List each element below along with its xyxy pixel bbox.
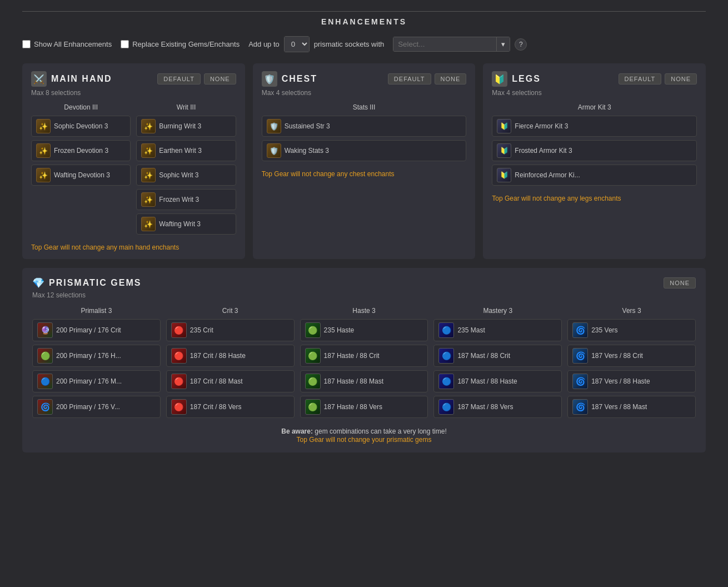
main-hand-icon: ⚔️ (31, 71, 47, 87)
sophic-devotion-item[interactable]: ✨ Sophic Devotion 3 (31, 116, 131, 137)
haste-gem-icon-1: 🟢 (305, 322, 321, 338)
primalist-gem-3[interactable]: 🔵 200 Primary / 176 M... (32, 370, 161, 392)
frozen-writ-item[interactable]: ✨ Frozen Writ 3 (136, 189, 236, 210)
vers-gem-icon-2: 🌀 (572, 348, 588, 364)
crit-gem-label-2: 187 Crit / 88 Haste (190, 352, 246, 360)
earthen-writ-item[interactable]: ✨ Earthen Writ 3 (136, 140, 236, 161)
footer-text: Be aware: gem combinations can take a ve… (32, 427, 696, 444)
wafting-devotion-label: Wafting Devotion 3 (54, 171, 110, 179)
sustained-str-label: Sustained Str 3 (285, 122, 330, 130)
main-hand-default-btn[interactable]: DEFAULT (157, 73, 201, 84)
legs-none-btn[interactable]: NONE (665, 73, 697, 84)
fierce-armor-icon: 🔰 (497, 119, 511, 133)
vers-col: Vers 3 🌀 235 Vers 🌀 187 Vers / 88 Crit 🌀… (567, 307, 696, 421)
haste-gem-1[interactable]: 🟢 235 Haste (300, 319, 428, 341)
primalist-gem-4[interactable]: 🌀 200 Primary / 176 V... (32, 396, 161, 418)
chest-buttons: DEFAULT NONE (388, 73, 466, 84)
earthen-writ-label: Earthen Writ 3 (159, 147, 201, 155)
chest-none-btn[interactable]: NONE (435, 73, 467, 84)
mastery-gem-label-3: 187 Mast / 88 Haste (457, 377, 517, 385)
controls-row: Show All Enhancements Replace Existing G… (22, 36, 706, 52)
primalist-gem-label-1: 200 Primary / 176 Crit (56, 326, 121, 334)
haste-gem-4[interactable]: 🟢 187 Haste / 88 Vers (300, 396, 428, 418)
replace-enchants-checkbox[interactable] (121, 40, 129, 48)
haste-gem-label-4: 187 Haste / 88 Vers (324, 403, 382, 411)
main-hand-title-row: ⚔️ MAIN HAND (31, 71, 112, 87)
mastery-gem-2[interactable]: 🔵 187 Mast / 88 Crit (433, 345, 562, 367)
main-hand-warn: Top Gear will not change any main hand e… (31, 243, 236, 251)
chest-panel: 🛡️ CHEST DEFAULT NONE Max 4 selections S… (253, 63, 476, 259)
prismatic-gem-input[interactable] (393, 37, 496, 51)
waking-stats-icon: 🛡️ (267, 143, 281, 158)
writ-col-header: Writ III (136, 103, 236, 111)
gems-header: 💎 PRISMATIC GEMS NONE (32, 277, 696, 289)
prismatic-sockets-label: prismatic sockets with (314, 40, 384, 48)
frozen-devotion-item[interactable]: ✨ Frozen Devotion 3 (31, 140, 131, 161)
burning-writ-icon: ✨ (141, 119, 156, 133)
mastery-gem-icon-3: 🔵 (438, 374, 454, 389)
gems-grid: Primalist 3 🔮 200 Primary / 176 Crit 🟢 2… (32, 307, 696, 421)
crit-gem-4[interactable]: 🔴 187 Crit / 88 Vers (166, 396, 295, 418)
primalist-gem-icon-2: 🟢 (37, 348, 53, 364)
show-all-checkbox[interactable] (22, 40, 31, 48)
crit-gem-icon-3: 🔴 (171, 374, 187, 389)
help-button[interactable]: ? (515, 38, 527, 51)
vers-gem-icon-1: 🌀 (572, 322, 588, 338)
mastery-gem-icon-2: 🔵 (438, 348, 454, 364)
devotion-col-header: Devotion III (31, 103, 131, 111)
gems-none-btn[interactable]: NONE (664, 277, 696, 288)
waking-stats-item[interactable]: 🛡️ Waking Stats 3 (262, 140, 467, 161)
primalist-gem-label-4: 200 Primary / 176 V... (56, 403, 120, 411)
prismatic-gem-dropdown-btn[interactable]: ▾ (496, 37, 510, 51)
stats-col-header: Stats III (262, 103, 467, 111)
crit-gem-1[interactable]: 🔴 235 Crit (166, 319, 295, 341)
haste-gem-2[interactable]: 🟢 187 Haste / 88 Crit (300, 345, 428, 367)
frosted-armor-item[interactable]: 🔰 Frosted Armor Kit 3 (492, 140, 697, 161)
show-all-checkbox-label[interactable]: Show All Enhancements (22, 40, 112, 48)
wafting-writ-item[interactable]: ✨ Wafting Writ 3 (136, 213, 236, 235)
vers-gem-1[interactable]: 🌀 235 Vers (567, 319, 696, 341)
primalist-gem-1[interactable]: 🔮 200 Primary / 176 Crit (32, 319, 161, 341)
replace-enchants-checkbox-label[interactable]: Replace Existing Gems/Enchants (121, 40, 240, 48)
haste-gem-3[interactable]: 🟢 187 Haste / 88 Mast (300, 370, 428, 392)
mastery-gem-4[interactable]: 🔵 187 Mast / 88 Vers (433, 396, 562, 418)
gems-icon: 💎 (32, 277, 44, 289)
reinforced-armor-item[interactable]: 🔰 Reinforced Armor Ki... (492, 165, 697, 186)
main-hand-header: ⚔️ MAIN HAND DEFAULT NONE (31, 71, 236, 87)
main-hand-title: MAIN HAND (51, 74, 112, 84)
fierce-armor-item[interactable]: 🔰 Fierce Armor Kit 3 (492, 116, 697, 137)
chest-icon: 🛡️ (262, 71, 277, 87)
chest-title-row: 🛡️ CHEST (262, 71, 317, 87)
wafting-devotion-item[interactable]: ✨ Wafting Devotion 3 (31, 165, 131, 186)
main-hand-none-btn[interactable]: NONE (204, 73, 236, 84)
burning-writ-item[interactable]: ✨ Burning Writ 3 (136, 116, 236, 137)
legs-icon: 🔰 (492, 71, 507, 87)
legs-default-btn[interactable]: DEFAULT (619, 73, 662, 84)
gems-title-row: 💎 PRISMATIC GEMS (32, 277, 141, 289)
main-hand-cols: Devotion III ✨ Sophic Devotion 3 ✨ Froze… (31, 103, 236, 238)
mastery-gem-3[interactable]: 🔵 187 Mast / 88 Haste (433, 370, 562, 392)
primalist-col: Primalist 3 🔮 200 Primary / 176 Crit 🟢 2… (32, 307, 161, 421)
prismatic-count-select-wrapper: 0123 (284, 36, 310, 52)
main-hand-panel: ⚔️ MAIN HAND DEFAULT NONE Max 8 selectio… (22, 63, 245, 259)
sophic-writ-item[interactable]: ✨ Sophic Writ 3 (136, 165, 236, 186)
mastery-gem-label-4: 187 Mast / 88 Vers (457, 403, 513, 411)
frosted-armor-label: Frosted Armor Kit 3 (515, 147, 572, 155)
primalist-gem-icon-1: 🔮 (37, 322, 53, 338)
primalist-col-header: Primalist 3 (32, 307, 161, 315)
legs-panel: 🔰 LEGS DEFAULT NONE Max 4 selections Arm… (483, 63, 706, 259)
chest-default-btn[interactable]: DEFAULT (388, 73, 431, 84)
crit-gem-3[interactable]: 🔴 187 Crit / 88 Mast (166, 370, 295, 392)
primalist-gem-2[interactable]: 🟢 200 Primary / 176 H... (32, 345, 161, 367)
prismatic-gem-select-box: ▾ (393, 37, 510, 52)
add-up-to-label: Add up to (248, 40, 280, 48)
vers-gem-2[interactable]: 🌀 187 Vers / 88 Crit (567, 345, 696, 367)
crit-gem-label-1: 235 Crit (190, 326, 213, 334)
chest-stats-col: Stats III 🛡️ Sustained Str 3 🛡️ Waking S… (262, 103, 467, 165)
vers-gem-4[interactable]: 🌀 187 Vers / 88 Mast (567, 396, 696, 418)
vers-gem-3[interactable]: 🌀 187 Vers / 88 Haste (567, 370, 696, 392)
prismatic-count-select[interactable]: 0123 (285, 37, 309, 52)
mastery-gem-1[interactable]: 🔵 235 Mast (433, 319, 562, 341)
crit-gem-2[interactable]: 🔴 187 Crit / 88 Haste (166, 345, 295, 367)
sustained-str-item[interactable]: 🛡️ Sustained Str 3 (262, 116, 467, 137)
